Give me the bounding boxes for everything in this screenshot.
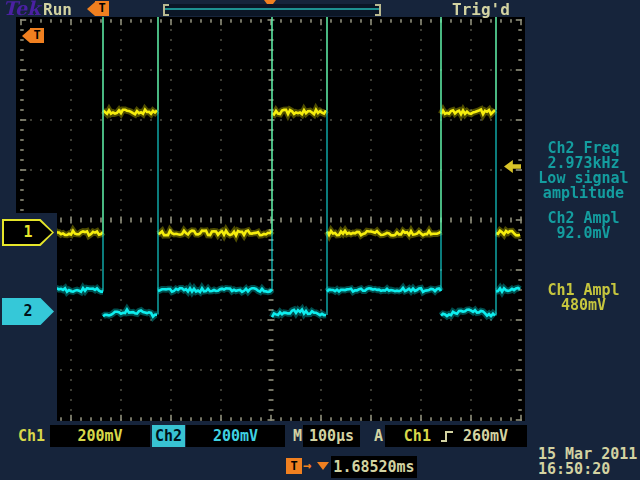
record-line: [165, 8, 379, 10]
trigger-source: Ch1: [404, 427, 431, 445]
acquisition-state: Run: [43, 0, 72, 19]
trigger-level-value: 260mV: [463, 427, 508, 445]
ch1-marker-label: 1: [4, 221, 52, 244]
arrow-left-icon: [22, 29, 30, 43]
ch1-scale-readout: 200mV: [50, 425, 150, 447]
ch2-label-selected: Ch2: [152, 425, 185, 447]
arrow-left-icon: [87, 2, 95, 16]
window-bracket-left: [163, 4, 169, 16]
delay-t-badge: T: [286, 458, 302, 474]
triangle-down-icon: [317, 462, 329, 470]
rising-edge-icon: [440, 430, 454, 443]
trigger-t-badge: T: [30, 28, 44, 43]
timebase-readout: 100µs: [303, 425, 360, 447]
arrow-right-icon: →: [303, 457, 311, 473]
measurement-ch2-freq: Ch2 Freq 2.973kHz Low signal amplitude: [527, 141, 640, 201]
trigger-type-label: A: [374, 427, 383, 445]
ch2-scale-readout: 200mV: [186, 425, 285, 447]
ch2-trace: [21, 17, 520, 317]
meas-value: 480mV: [527, 298, 640, 313]
trigger-t-badge: T: [95, 1, 109, 16]
oscilloscope-screen: Tek Run T Trig'd T 1 2 Ch2 Freq 2.973kHz…: [0, 0, 640, 480]
time-readout: 16:50:20: [538, 460, 610, 478]
trigger-status: Trig'd: [452, 0, 510, 19]
delay-readout: 1.68520ms: [331, 456, 417, 478]
window-bracket-right: [375, 4, 381, 16]
graticule-and-traces: [16, 17, 525, 421]
waveform-display: [16, 17, 525, 421]
measurement-ch1-ampl: Ch1 Ampl 480mV: [527, 283, 640, 313]
acquisition-preview-bar: [163, 4, 381, 16]
trigger-offscreen-marker-icon: T: [87, 1, 109, 16]
meas-warning: amplitude: [527, 186, 640, 201]
trigger-position-offscreen-marker-icon: T: [22, 28, 44, 43]
ch1-label: Ch1: [18, 427, 45, 445]
tek-logo: Tek: [3, 0, 40, 19]
meas-value: 92.0mV: [527, 226, 640, 241]
top-status-bar: Tek Run T Trig'd: [0, 0, 640, 17]
measurement-ch2-ampl: Ch2 Ampl 92.0mV: [527, 211, 640, 241]
timebase-label: M: [293, 427, 302, 445]
trigger-readout: Ch1 260mV: [385, 425, 527, 447]
